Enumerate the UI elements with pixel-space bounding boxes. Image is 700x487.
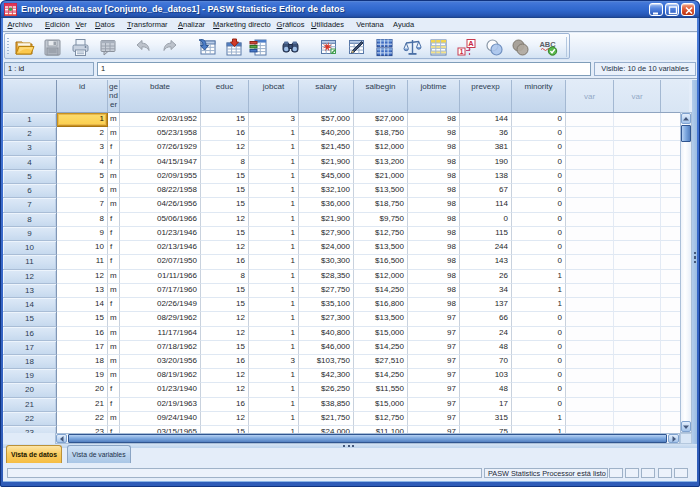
cell-salary-20[interactable]: $26,250	[299, 383, 354, 397]
cell-empty[interactable]	[566, 241, 614, 255]
cell-prevexp-13[interactable]: 34	[460, 284, 512, 298]
cell-gender-14[interactable]: f	[108, 298, 120, 312]
cell-prevexp-18[interactable]: 70	[460, 355, 512, 369]
cell-prevexp-22[interactable]: 315	[460, 412, 512, 426]
cell-minority-15[interactable]: 0	[512, 312, 566, 326]
cell-bdate-8[interactable]: 05/06/1966	[120, 213, 201, 227]
cell-jobtime-14[interactable]: 98	[408, 298, 460, 312]
cell-id-16[interactable]: 16	[57, 327, 108, 341]
cell-jobtime-15[interactable]: 97	[408, 312, 460, 326]
cell-prevexp-16[interactable]: 24	[460, 327, 512, 341]
cell-jobcat-5[interactable]: 1	[249, 170, 299, 184]
cell-salary-12[interactable]: $28,350	[299, 270, 354, 284]
cell-empty[interactable]	[566, 198, 614, 212]
cell-salbegin-19[interactable]: $14,250	[354, 369, 408, 383]
cell-minority-4[interactable]: 0	[512, 156, 566, 170]
menu-item-analizar[interactable]: Analizar	[174, 19, 209, 30]
cell-salbegin-18[interactable]: $27,510	[354, 355, 408, 369]
cell-educ-5[interactable]: 15	[201, 170, 249, 184]
cell-minority-22[interactable]: 1	[512, 412, 566, 426]
column-header-prevexp[interactable]: prevexp	[460, 80, 512, 112]
cell-empty[interactable]	[614, 284, 661, 298]
cell-id-20[interactable]: 20	[57, 383, 108, 397]
cell-empty[interactable]	[566, 355, 614, 369]
cell-empty[interactable]	[614, 426, 661, 433]
toolbar-button-go-to-variable[interactable]	[221, 35, 245, 59]
cell-empty[interactable]	[614, 184, 661, 198]
row-header-15[interactable]: 15	[3, 312, 57, 326]
cell-minority-21[interactable]: 0	[512, 398, 566, 412]
cell-salbegin-15[interactable]: $13,500	[354, 312, 408, 326]
toolbar-button-recall-recently-used-dialogs[interactable]	[96, 35, 120, 59]
cell-salary-7[interactable]: $36,000	[299, 198, 354, 212]
menu-item-edici-n[interactable]: Edición	[41, 19, 74, 30]
cell-id-9[interactable]: 9	[57, 227, 108, 241]
cell-bdate-19[interactable]: 08/19/1962	[120, 369, 201, 383]
toolbar-button-spell-check[interactable]: ABC	[536, 35, 560, 59]
cell-jobcat-1[interactable]: 3	[249, 113, 299, 127]
cell-id-14[interactable]: 14	[57, 298, 108, 312]
row-header-3[interactable]: 3	[3, 141, 57, 155]
row-header-1[interactable]: 1	[3, 113, 57, 127]
cell-jobcat-4[interactable]: 1	[249, 156, 299, 170]
cell-gender-10[interactable]: f	[108, 241, 120, 255]
cell-minority-13[interactable]: 1	[512, 284, 566, 298]
menu-item-gr-ficos[interactable]: Gráficos	[273, 19, 309, 30]
cell-salbegin-11[interactable]: $16,500	[354, 255, 408, 269]
cell-empty[interactable]	[566, 327, 614, 341]
row-header-20[interactable]: 20	[3, 383, 57, 397]
cell-salbegin-1[interactable]: $27,000	[354, 113, 408, 127]
column-header-minority[interactable]: minority	[512, 80, 566, 112]
cell-gender-13[interactable]: m	[108, 284, 120, 298]
cell-bdate-6[interactable]: 08/22/1958	[120, 184, 201, 198]
cell-prevexp-12[interactable]: 26	[460, 270, 512, 284]
cell-jobtime-20[interactable]: 97	[408, 383, 460, 397]
cell-empty[interactable]	[614, 255, 661, 269]
menu-item-ventana[interactable]: Ventana	[352, 19, 388, 30]
cell-gender-18[interactable]: m	[108, 355, 120, 369]
cell-gender-11[interactable]: f	[108, 255, 120, 269]
cell-jobtime-6[interactable]: 98	[408, 184, 460, 198]
cell-empty[interactable]	[566, 170, 614, 184]
cell-id-23[interactable]: 23	[57, 426, 108, 433]
cell-minority-3[interactable]: 0	[512, 141, 566, 155]
cell-educ-8[interactable]: 12	[201, 213, 249, 227]
cell-salbegin-9[interactable]: $12,750	[354, 227, 408, 241]
cell-bdate-10[interactable]: 02/13/1946	[120, 241, 201, 255]
active-cell[interactable]: 1	[57, 113, 108, 127]
cell-salbegin-22[interactable]: $12,750	[354, 412, 408, 426]
cell-prevexp-8[interactable]: 0	[460, 213, 512, 227]
toolbar-button-save-document[interactable]	[40, 35, 64, 59]
row-header-22[interactable]: 22	[3, 412, 57, 426]
cell-gender-2[interactable]: m	[108, 127, 120, 141]
column-header-educ[interactable]: educ	[201, 80, 249, 112]
row-header-6[interactable]: 6	[3, 184, 57, 198]
cell-gender-9[interactable]: f	[108, 227, 120, 241]
cell-prevexp-10[interactable]: 244	[460, 241, 512, 255]
cell-jobcat-18[interactable]: 3	[249, 355, 299, 369]
cell-prevexp-6[interactable]: 67	[460, 184, 512, 198]
cell-empty[interactable]	[566, 398, 614, 412]
toolbar-grip[interactable]	[7, 38, 9, 56]
toolbar-button-variables[interactable]	[246, 35, 270, 59]
cell-educ-20[interactable]: 12	[201, 383, 249, 397]
cell-educ-12[interactable]: 8	[201, 270, 249, 284]
toolbar-button-show-all-variables[interactable]	[508, 35, 532, 59]
cell-minority-7[interactable]: 0	[512, 198, 566, 212]
cell-salbegin-4[interactable]: $13,200	[354, 156, 408, 170]
cell-educ-13[interactable]: 15	[201, 284, 249, 298]
cell-minority-11[interactable]: 0	[512, 255, 566, 269]
cell-jobcat-20[interactable]: 1	[249, 383, 299, 397]
cell-bdate-1[interactable]: 02/03/1952	[120, 113, 201, 127]
cell-bdate-9[interactable]: 01/23/1946	[120, 227, 201, 241]
cell-id-2[interactable]: 2	[57, 127, 108, 141]
cell-bdate-5[interactable]: 02/09/1955	[120, 170, 201, 184]
column-header-jobtime[interactable]: jobtime	[408, 80, 460, 112]
cell-id-7[interactable]: 7	[57, 198, 108, 212]
cell-educ-6[interactable]: 15	[201, 184, 249, 198]
cell-gender-20[interactable]: f	[108, 383, 120, 397]
scroll-right-button[interactable]	[668, 434, 679, 443]
column-header-bdate[interactable]: bdate	[120, 80, 201, 112]
row-header-10[interactable]: 10	[3, 241, 57, 255]
row-header-5[interactable]: 5	[3, 170, 57, 184]
